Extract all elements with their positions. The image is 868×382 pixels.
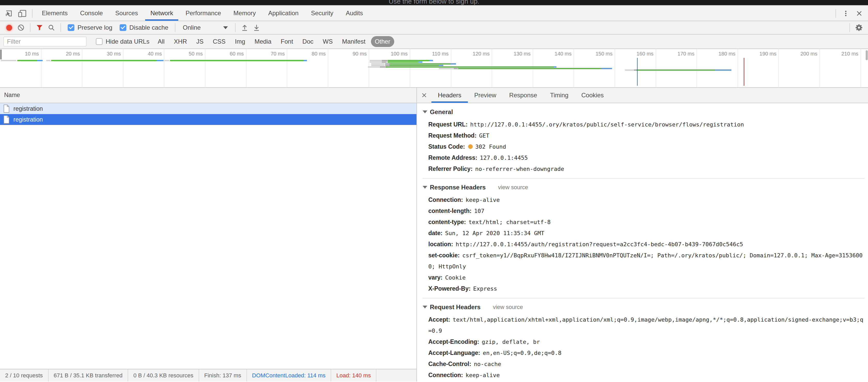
header-value: text/html,application/xhtml+xml,applicat…: [428, 316, 863, 334]
network-toolbar: Preserve log Disable cache Online: [0, 21, 868, 35]
throttling-dropdown[interactable]: Online: [183, 24, 228, 31]
filter-pill-media[interactable]: Media: [251, 36, 275, 47]
filter-input[interactable]: [3, 37, 87, 46]
timeline-tick-label: 40 ms: [133, 51, 162, 57]
inspect-element-icon[interactable]: [2, 7, 16, 20]
tab-sources[interactable]: Sources: [110, 6, 143, 21]
waterfall-bar: [304, 60, 307, 61]
header-key: content-type:: [428, 219, 466, 225]
waterfall-bar: [51, 60, 157, 61]
filter-pill-xhr[interactable]: XHR: [170, 36, 191, 47]
timeline-tick-label: 210 ms: [830, 51, 859, 57]
section-title-row[interactable]: Request Headersview source: [423, 302, 864, 313]
document-icon: [3, 104, 10, 113]
close-devtools-icon[interactable]: [852, 7, 866, 20]
header-value: gzip, deflate, br: [482, 339, 540, 345]
filter-pill-other[interactable]: Other: [371, 36, 394, 47]
waterfall-bar: [170, 60, 304, 61]
tab-application[interactable]: Application: [263, 6, 304, 21]
header-row: location:http://127.0.0.1:4455/auth/regi…: [428, 239, 864, 250]
domcontentloaded-marker-line: [637, 58, 638, 86]
disable-cache-checkbox[interactable]: Disable cache: [120, 24, 168, 31]
timeline-gridline: [246, 49, 246, 87]
header-key: content-length:: [428, 208, 471, 214]
request-name: registration: [13, 105, 43, 112]
requests-table: Name registrationregistration 2 / 10 req…: [0, 88, 417, 381]
kebab-menu-icon[interactable]: [839, 7, 852, 20]
header-key: Connection:: [428, 372, 463, 378]
network-status-bar: 2 / 10 requests671 B / 35.1 KB transferr…: [0, 369, 416, 381]
filter-pill-img[interactable]: Img: [231, 36, 249, 47]
filter-pill-all[interactable]: All: [154, 36, 168, 47]
waterfall-bar: [371, 65, 385, 66]
disclosure-triangle-icon: [423, 186, 427, 189]
waterfall-bar: [370, 60, 382, 61]
device-toolbar-icon[interactable]: [16, 7, 29, 20]
export-har-icon[interactable]: [251, 22, 262, 34]
section-title-row[interactable]: Response Headersview source: [423, 182, 864, 193]
table-row[interactable]: registration: [0, 114, 416, 125]
section-title-row[interactable]: General: [423, 106, 864, 117]
section-general: GeneralRequest URL:http://127.0.0.1:4455…: [423, 103, 864, 178]
waterfall-bar: [382, 60, 387, 61]
header-row: Accept-Encoding:gzip, deflate, br: [428, 336, 864, 347]
header-key: Request Method:: [428, 132, 476, 139]
header-row: Request URL:http://127.0.0.1:4455/.ory/k…: [428, 119, 864, 130]
filter-pill-manifest[interactable]: Manifest: [338, 36, 369, 47]
toolbar-divider: [30, 23, 30, 32]
toolbar-divider: [835, 9, 836, 18]
clear-network-log-button[interactable]: [15, 22, 27, 34]
gear-icon[interactable]: [853, 22, 865, 34]
waterfall-bar: [636, 69, 715, 71]
header-row: vary:Cookie: [428, 272, 864, 283]
name-column-header[interactable]: Name: [0, 88, 416, 103]
toolbar-divider: [849, 23, 850, 32]
filter-pill-js[interactable]: JS: [192, 36, 208, 47]
request-detail-panel: HeadersPreviewResponseTimingCookies Gene…: [417, 88, 868, 381]
import-har-icon[interactable]: [239, 22, 251, 34]
header-key: set-cookie:: [428, 252, 460, 258]
filter-pill-css[interactable]: CSS: [209, 36, 229, 47]
close-detail-icon[interactable]: [417, 88, 431, 103]
overview-scrollbar-thumb[interactable]: [866, 50, 868, 60]
filter-pill-font[interactable]: Font: [277, 36, 297, 47]
waterfall-bar: [157, 60, 163, 61]
tab-timing[interactable]: Timing: [544, 88, 575, 103]
tab-response[interactable]: Response: [503, 88, 544, 103]
tab-elements[interactable]: Elements: [37, 6, 73, 21]
tab-performance[interactable]: Performance: [180, 6, 226, 21]
waterfall-bar: [454, 68, 458, 69]
toolbar-divider: [235, 23, 236, 32]
header-key: Referrer Policy:: [428, 166, 472, 172]
filter-pill-doc[interactable]: Doc: [299, 36, 317, 47]
header-value: http://127.0.0.1:4455/auth/registration?…: [456, 241, 743, 247]
resource-type-filters: AllXHRJSCSSImgMediaFontDocWSManifestOthe…: [153, 36, 395, 47]
network-overview[interactable]: 10 ms20 ms30 ms40 ms50 ms60 ms70 ms80 ms…: [0, 49, 868, 88]
record-network-log-button[interactable]: [3, 22, 15, 34]
toolbar-divider: [32, 9, 33, 18]
tab-preview[interactable]: Preview: [468, 88, 503, 103]
preserve-log-checkbox[interactable]: Preserve log: [68, 24, 113, 31]
tab-security[interactable]: Security: [306, 6, 339, 21]
request-rows: registrationregistration: [0, 103, 416, 125]
waterfall-bar: [450, 63, 456, 65]
filter-toggle-button[interactable]: [34, 22, 45, 34]
tab-memory[interactable]: Memory: [228, 6, 261, 21]
timeline-tick-label: 150 ms: [584, 51, 613, 57]
view-source-link[interactable]: view source: [498, 184, 528, 191]
section-title: Request Headers: [430, 304, 480, 311]
timeline-gridline: [656, 49, 656, 87]
tab-cookies[interactable]: Cookies: [575, 88, 610, 103]
timeline-tick-label: 20 ms: [52, 51, 80, 57]
tab-audits[interactable]: Audits: [340, 6, 368, 21]
table-row[interactable]: registration: [0, 103, 416, 114]
tab-network[interactable]: Network: [145, 6, 178, 21]
timeline-gridline: [410, 49, 410, 87]
tab-headers[interactable]: Headers: [431, 88, 468, 103]
hide-data-urls-checkbox[interactable]: Hide data URLs: [96, 38, 149, 45]
search-icon[interactable]: [45, 22, 57, 34]
view-source-link[interactable]: view source: [493, 304, 523, 311]
disclosure-triangle-icon: [423, 306, 427, 308]
tab-console[interactable]: Console: [75, 6, 108, 21]
filter-pill-ws[interactable]: WS: [319, 36, 337, 47]
